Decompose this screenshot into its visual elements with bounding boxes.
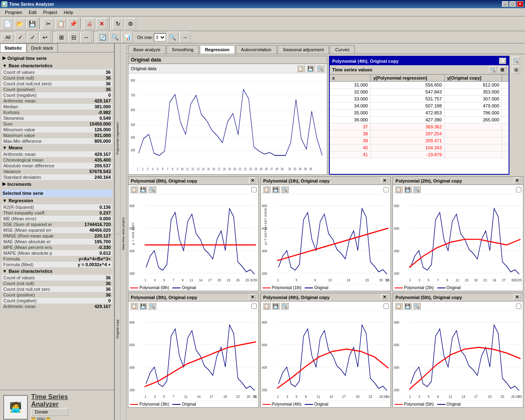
p5-checkbox[interactable] [516, 304, 521, 309]
p4-checkbox[interactable] [383, 304, 389, 309]
new-button[interactable]: 📄 [2, 18, 13, 30]
tab-regression[interactable]: Regression [200, 45, 235, 54]
poly-3-close[interactable]: ✕ [249, 294, 256, 300]
svg-text:28: 28 [276, 167, 278, 171]
poly-4-close[interactable]: ✕ [381, 294, 388, 300]
p5-save[interactable]: 💾 [404, 302, 412, 310]
p0-checkbox[interactable] [251, 187, 257, 192]
check1-button[interactable]: ✓ [15, 32, 26, 43]
poly-0-close[interactable]: ✕ [249, 178, 256, 184]
p1-copy[interactable]: 📋 [262, 186, 271, 193]
svg-text:900: 900 [262, 204, 267, 208]
row-select[interactable]: 321 [154, 33, 166, 41]
cut-button[interactable]: ✂ [43, 18, 54, 30]
stat-value: 36 [77, 81, 112, 87]
base-characteristics-header[interactable]: ▼ Base characteristics [2, 62, 112, 69]
p0-save[interactable]: 💾 [139, 186, 147, 193]
table-btn1[interactable]: 🔍 [489, 66, 497, 73]
svg-text:29: 29 [245, 278, 249, 282]
selected-section-header[interactable]: Selected time serie [2, 189, 112, 197]
maximize-button[interactable]: □ [509, 1, 516, 7]
p2-copy[interactable]: 📋 [395, 186, 403, 193]
menu-help[interactable]: Help [60, 9, 76, 16]
refresh-button[interactable]: ↻ [112, 18, 124, 30]
legend-orig-5: Original [447, 402, 461, 406]
means-header[interactable]: ▼ Means [2, 144, 112, 151]
menu-program[interactable]: Program [2, 9, 25, 16]
legend-poly-1: Polynomial (1th) [272, 285, 301, 290]
copy-button[interactable]: 📋 [55, 18, 66, 30]
p5-zoom[interactable]: 🔍 [413, 302, 421, 310]
p2-save[interactable]: 💾 [404, 186, 412, 193]
p0-copy[interactable]: 📋 [130, 186, 138, 193]
p3-checkbox[interactable] [251, 304, 257, 309]
chart-save-btn[interactable]: 💾 [306, 65, 315, 72]
tb12-button[interactable]: → [179, 32, 191, 43]
tab-curves[interactable]: Curves [330, 45, 355, 54]
chart-copy-btn[interactable]: 📋 [297, 65, 305, 72]
check2-button[interactable]: ✓ [27, 32, 39, 43]
stat-row: Count (not null)36 [2, 75, 112, 81]
regression-stat-value: 0.000 [68, 216, 112, 221]
means-stat-row: Absolute mean difference205.537 [2, 163, 112, 169]
p1-zoom[interactable]: 🔍 [281, 186, 289, 193]
table-btn2[interactable]: ⊞ [498, 66, 506, 73]
original-time-serie-header[interactable]: ▶ Original time serie [2, 54, 112, 62]
delete-button[interactable]: ✕ [96, 18, 107, 30]
zoom-fit-btn[interactable]: ⊞ [512, 66, 520, 74]
p5-copy[interactable]: 📋 [395, 302, 403, 310]
p4-save[interactable]: 💾 [272, 302, 280, 310]
poly-1-title: Polynomial (1th), Original copy [263, 178, 330, 183]
p1-checkbox[interactable] [383, 187, 389, 192]
poly-4-title: Polynomial (4th), Original copy [263, 295, 330, 300]
tb7-button[interactable]: ↔ [80, 32, 92, 43]
poly-2-close[interactable]: ✕ [514, 178, 520, 184]
tb5-button[interactable]: ⊞ [56, 32, 67, 43]
tab-smoothing[interactable]: Smoothing [167, 45, 199, 54]
p1-save[interactable]: 💾 [272, 186, 280, 193]
poly-3-title: Polynomial (3th), Original copy [131, 295, 197, 300]
p0-zoom[interactable]: 🔍 [148, 186, 156, 193]
increments-header[interactable]: ▶ Increments [2, 180, 112, 188]
p2-zoom[interactable]: 🔍 [413, 186, 421, 193]
poly-5-close[interactable]: ✕ [514, 294, 520, 300]
p4-copy[interactable]: 📋 [262, 302, 271, 310]
p3-copy[interactable]: 📋 [130, 302, 138, 310]
tab-dock-stack[interactable]: Dock stack [27, 43, 58, 52]
donate-button[interactable]: Donate [31, 408, 68, 416]
minimize-button[interactable]: ─ [502, 1, 509, 7]
means-stat-label: Chronological mean [2, 157, 78, 163]
p4-zoom[interactable]: 🔍 [281, 302, 289, 310]
menu-edit[interactable]: Edit [25, 9, 40, 16]
means-stat-label: Arithmetic mean [2, 151, 78, 157]
poly-1-close[interactable]: ✕ [381, 178, 388, 184]
tb10-button[interactable]: 📊 [121, 32, 133, 43]
save-button[interactable]: 💾 [26, 18, 38, 30]
side-label-original[interactable]: Original copy [115, 234, 120, 420]
tab-statistic[interactable]: Statistic [0, 43, 27, 52]
zoom-in-btn[interactable]: 🔍 [512, 57, 520, 65]
p3-save[interactable]: 💾 [139, 302, 147, 310]
all-button[interactable]: All [2, 34, 14, 41]
tb11-button[interactable]: 🔍 [167, 32, 178, 43]
print-button[interactable]: 🖨 [84, 18, 95, 30]
regression-header[interactable]: ▼ Regression [2, 197, 112, 204]
open-button[interactable]: 📂 [14, 18, 25, 30]
tb9-button[interactable]: 🔍 [109, 32, 121, 43]
p3-zoom[interactable]: 🔍 [148, 302, 156, 310]
base2-header[interactable]: ▼ Base characteristics [2, 267, 112, 275]
tb6-button[interactable]: ⊟ [68, 32, 80, 43]
side-label-polynomial[interactable]: Polynomial regression [115, 43, 120, 234]
tab-seasonal[interactable]: Seasonal adjusment [278, 45, 329, 54]
menu-project[interactable]: Project [40, 9, 60, 16]
close-button[interactable]: ✕ [517, 1, 523, 7]
check3-button[interactable]: ↩ [39, 32, 51, 43]
tb8-button[interactable]: 🔄 [97, 32, 108, 43]
p2-checkbox[interactable] [516, 187, 521, 192]
chart-zoom-btn[interactable]: 🔍 [316, 65, 324, 72]
tab-base-analyze[interactable]: Base analyze [128, 45, 166, 54]
data-table-close[interactable]: ✕ [499, 58, 506, 64]
paste-button[interactable]: 📌 [67, 18, 79, 30]
tab-autocorrelation[interactable]: Autocorrelation [236, 45, 277, 54]
settings-button[interactable]: ⚙ [125, 18, 136, 30]
